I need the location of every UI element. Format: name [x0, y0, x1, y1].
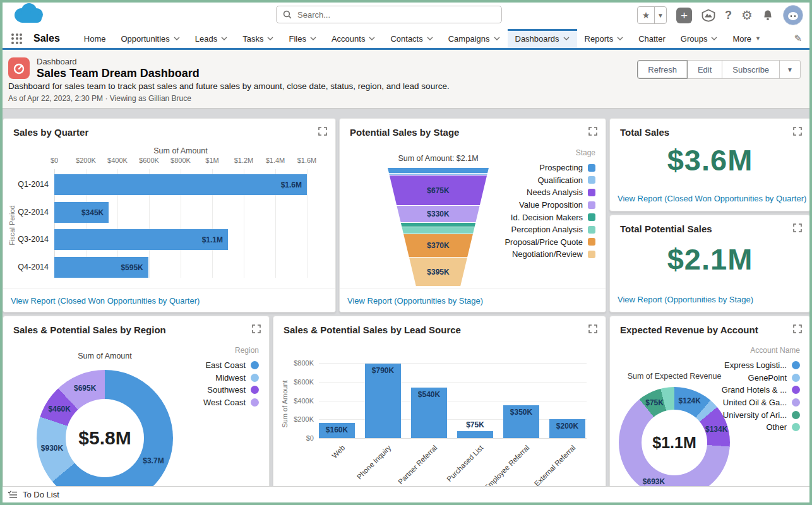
nav-tab-accounts[interactable]: Accounts: [324, 29, 383, 48]
funnel-segment-prospecting[interactable]: [388, 168, 489, 173]
avatar-eye: [791, 15, 792, 17]
legend-label: Value Proposition: [519, 200, 583, 210]
widget-title: Sales & Potential Sales by Lead Source: [284, 324, 461, 335]
legend-title: Stage: [576, 148, 595, 157]
widget-title: Expected Revenue by Account: [620, 324, 758, 335]
donut-center-label: $5.8M: [78, 427, 131, 449]
expand-icon[interactable]: [793, 127, 802, 136]
help-icon[interactable]: ?: [725, 9, 732, 22]
expand-icon[interactable]: [793, 223, 802, 232]
nav-tab-dashboards[interactable]: Dashboards: [508, 29, 577, 48]
legend-item-grand-hotels-: Grand Hotels & ...: [722, 384, 800, 396]
expand-icon[interactable]: [318, 127, 327, 136]
nav-tab-opportunities[interactable]: Opportunities: [114, 29, 188, 48]
nav-tab-campaigns[interactable]: Campaigns: [441, 29, 508, 48]
gridline: [307, 169, 307, 278]
legend-label: Qualification: [537, 175, 583, 185]
dashboard-icon: [8, 57, 30, 79]
bar-purchased-list[interactable]: [457, 431, 493, 438]
nav-tab-files[interactable]: Files: [281, 29, 323, 48]
legend-swatch: [792, 423, 800, 431]
nav-divider: [0, 48, 812, 50]
funnel-chart-title: Sum of Amount: $2.1M: [356, 154, 520, 163]
bar-category-label: Q3-2014: [3, 235, 49, 244]
funnel-segment-value-proposition[interactable]: $330K: [388, 206, 489, 222]
nav-tab-tasks[interactable]: Tasks: [235, 29, 281, 48]
widget-title: Total Sales: [620, 127, 669, 138]
refresh-button[interactable]: Refresh: [637, 60, 688, 79]
search-input[interactable]: [296, 9, 495, 20]
favorites-caret-icon[interactable]: ▼: [654, 7, 666, 23]
record-type-label: Dashboard: [37, 57, 77, 66]
caret-down-icon: ▼: [755, 35, 761, 42]
app-name[interactable]: Sales: [33, 33, 60, 44]
favorites-star-icon[interactable]: ★: [638, 7, 654, 23]
edit-button[interactable]: Edit: [688, 60, 722, 79]
view-report-link[interactable]: View Report (Closed Won Opportunities by…: [618, 194, 806, 203]
legend-swatch: [588, 251, 595, 258]
more-actions-caret-icon[interactable]: ▼: [780, 60, 801, 79]
slice-value-label: $460K: [49, 405, 71, 413]
chevron-down-icon: [221, 37, 227, 40]
funnel-segment-proposal-price-quote[interactable]: $370K: [388, 234, 489, 257]
bar-value-label: $790K: [361, 366, 405, 375]
page-title: Sales Team Dream Dashboard: [37, 67, 200, 80]
notifications-bell-icon[interactable]: [762, 9, 773, 21]
favorites-button-group: ★ ▼: [637, 6, 667, 24]
view-report-link[interactable]: View Report (Opportunities by Stage): [347, 296, 483, 306]
gridline: [319, 419, 587, 420]
nav-tab-more[interactable]: More▼: [725, 29, 768, 48]
legend-item-united-oil-ga-: United Oil & Ga...: [723, 396, 800, 409]
funnel-segment-needs-analysis[interactable]: $675K: [388, 175, 489, 205]
nav-tab-home[interactable]: Home: [76, 29, 114, 48]
legend-item-other: Other: [766, 421, 800, 434]
legend-label: University of Ari...: [723, 410, 787, 420]
axis-tick: $200K: [289, 415, 314, 423]
user-avatar[interactable]: [783, 5, 803, 25]
nav-tab-label: Leads: [195, 34, 217, 44]
salesforce-cloud-logo-icon[interactable]: [10, 1, 47, 30]
funnel-segment-negotiation-review[interactable]: $395K: [388, 258, 489, 286]
trailhead-guidance-icon[interactable]: [702, 9, 715, 22]
funnel-segment-perception-analysis[interactable]: [388, 227, 489, 234]
expand-icon[interactable]: [588, 127, 597, 136]
card-potential-sales-by-stage: Potential Sales by Stage Sum of Amount: …: [339, 118, 606, 312]
global-search[interactable]: [276, 6, 502, 23]
value-axis-title: Sum of Amount: [54, 146, 307, 155]
nav-tab-leads[interactable]: Leads: [188, 29, 235, 48]
legend-label: GenePoint: [748, 373, 787, 383]
legend-swatch: [251, 374, 259, 382]
search-icon: [283, 10, 292, 19]
legend-label: Perception Analysis: [511, 225, 583, 234]
legend-item-midwest: Midwest: [215, 372, 259, 384]
axis-tick: $0: [39, 157, 70, 164]
expand-icon[interactable]: [793, 324, 802, 333]
expand-icon[interactable]: [252, 324, 261, 333]
bar-value-label: $200K: [546, 422, 589, 431]
view-report-link[interactable]: View Report (Closed Won Opportunities by…: [11, 296, 200, 306]
subscribe-button[interactable]: Subscribe: [722, 60, 780, 79]
legend-item-express-logisti-: Express Logisti...: [724, 359, 800, 372]
bar-value-label: $1.6M: [268, 181, 302, 189]
nav-tab-groups[interactable]: Groups: [673, 29, 725, 48]
global-add-icon[interactable]: +: [676, 8, 692, 23]
nav-tab-contacts[interactable]: Contacts: [383, 29, 440, 48]
legend-label: East Coast: [205, 360, 246, 370]
nav-tab-reports[interactable]: Reports: [577, 29, 631, 48]
bar-category-label: Q4-2014: [3, 263, 49, 271]
setup-gear-icon[interactable]: ⚙: [741, 9, 753, 21]
app-launcher-icon[interactable]: [11, 33, 22, 44]
edit-navigation-pencil-icon[interactable]: ✎: [794, 33, 802, 44]
dashboard-page-header: Dashboard Sales Team Dream Dashboard Das…: [0, 50, 812, 109]
expand-icon[interactable]: [588, 324, 597, 333]
legend-label: United Oil & Ga...: [723, 398, 787, 407]
bar-category-label: Q1-2014: [3, 180, 49, 189]
legend-label: Southwest: [207, 385, 246, 395]
legend-swatch: [251, 398, 259, 407]
view-report-link[interactable]: View Report (Opportunities by Stage): [618, 295, 753, 304]
legend-swatch: [588, 226, 595, 234]
todo-list-bar[interactable]: To Do List: [0, 486, 812, 502]
funnel-segment-id-decision-makers[interactable]: [388, 223, 489, 227]
funnel-segment-qualification[interactable]: [388, 174, 489, 175]
nav-tab-chatter[interactable]: Chatter: [631, 29, 673, 48]
